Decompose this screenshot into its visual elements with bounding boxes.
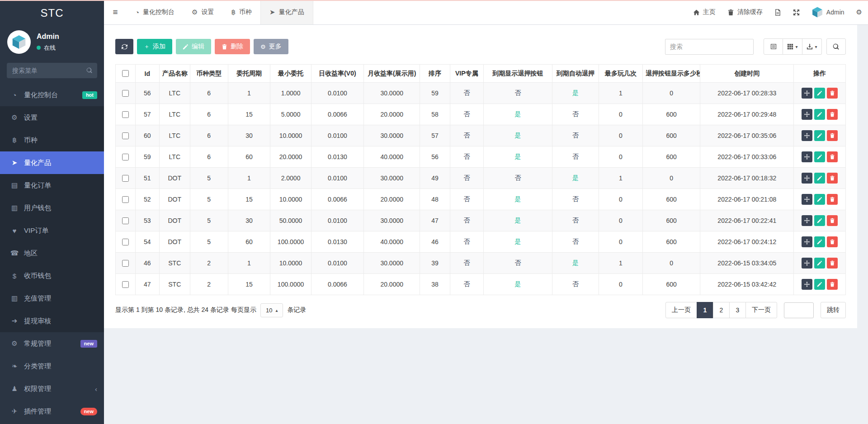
row-checkbox[interactable] <box>122 260 129 267</box>
settings-menu-button[interactable]: ⚙ <box>850 0 868 24</box>
sidebar-item[interactable]: ◔量化控制台hot <box>0 84 104 106</box>
search-submit-button[interactable] <box>826 38 846 55</box>
row-edit-button[interactable] <box>814 109 825 120</box>
sidebar-item[interactable]: ☎地区 <box>0 242 104 264</box>
sidebar-item[interactable]: $收币钱包 <box>0 264 104 287</box>
column-header[interactable]: 委托周期 <box>228 65 270 83</box>
column-header[interactable]: 到期自动退押 <box>552 65 599 83</box>
row-delete-button[interactable] <box>827 258 838 269</box>
nav-tab[interactable]: ฿币种 <box>223 0 261 24</box>
next-page-button[interactable]: 下一页 <box>745 302 777 318</box>
row-edit-button[interactable] <box>814 88 825 99</box>
column-header[interactable]: 到期显示退押按钮 <box>483 65 552 83</box>
row-edit-button[interactable] <box>814 215 825 226</box>
sidebar-item[interactable]: ✈插件管理new <box>0 400 104 423</box>
row-edit-button[interactable] <box>814 130 825 141</box>
sidebar-item[interactable]: ⚙常规管理new <box>0 332 104 355</box>
row-delete-button[interactable] <box>827 215 838 226</box>
column-header[interactable]: 产品名称 <box>159 65 190 83</box>
row-checkbox[interactable] <box>122 175 129 182</box>
page-size-select[interactable]: 10 ▴ <box>260 303 283 317</box>
log-file-button[interactable] <box>769 0 787 24</box>
row-checkbox[interactable] <box>122 196 129 203</box>
edit-button[interactable]: 编辑 <box>176 39 211 54</box>
toggle-view-button[interactable] <box>764 38 783 55</box>
user-menu[interactable]: Admin <box>806 0 850 24</box>
row-edit-button[interactable] <box>814 279 825 290</box>
row-edit-button[interactable] <box>814 236 825 247</box>
columns-button[interactable]: ▾ <box>783 38 802 55</box>
row-checkbox[interactable] <box>122 90 129 97</box>
sidebar-item[interactable]: ▥充值管理 <box>0 287 104 310</box>
row-move-button[interactable] <box>802 88 812 99</box>
sidebar-item[interactable]: ▤量化订单 <box>0 174 104 197</box>
add-button[interactable]: ＋ 添加 <box>137 39 172 54</box>
sidebar-item[interactable]: ➔提现审核 <box>0 310 104 332</box>
jump-page-input[interactable] <box>784 302 814 318</box>
row-checkbox[interactable] <box>122 239 129 245</box>
column-header[interactable]: 最小委托 <box>270 65 311 83</box>
clear-cache-link[interactable]: 清除缓存 <box>722 0 769 24</box>
row-checkbox[interactable] <box>122 154 129 160</box>
row-move-button[interactable] <box>802 258 812 269</box>
row-delete-button[interactable] <box>827 194 838 205</box>
nav-tab[interactable]: ◔量化控制台 <box>127 0 183 24</box>
sidebar-toggle-button[interactable]: ≡ <box>104 0 127 24</box>
row-checkbox[interactable] <box>122 111 129 118</box>
row-checkbox[interactable] <box>122 132 129 139</box>
column-header[interactable]: 最多玩几次 <box>599 65 643 83</box>
page-number-button[interactable]: 2 <box>713 302 730 318</box>
column-header[interactable]: 创建时间 <box>700 65 794 83</box>
row-move-button[interactable] <box>802 109 812 120</box>
row-move-button[interactable] <box>802 173 812 184</box>
sidebar-item[interactable]: ➤量化产品 <box>0 151 104 174</box>
sidebar-item[interactable]: ❧分类管理 <box>0 355 104 377</box>
home-link[interactable]: 主页 <box>687 0 722 24</box>
row-move-button[interactable] <box>802 194 812 205</box>
row-move-button[interactable] <box>802 215 812 226</box>
sidebar-search-input[interactable] <box>7 63 97 78</box>
column-header[interactable]: 月收益率(展示用) <box>364 65 420 83</box>
row-delete-button[interactable] <box>827 109 838 120</box>
more-button[interactable]: ⚙ 更多 <box>254 39 288 54</box>
row-delete-button[interactable] <box>827 173 838 184</box>
refresh-button[interactable] <box>115 39 133 54</box>
row-checkbox[interactable] <box>122 217 129 224</box>
row-checkbox[interactable] <box>122 281 129 288</box>
page-number-button[interactable]: 3 <box>729 302 746 318</box>
column-header[interactable]: 币种类型 <box>190 65 228 83</box>
delete-button[interactable]: 删除 <box>215 39 250 54</box>
row-delete-button[interactable] <box>827 130 838 141</box>
jump-button[interactable]: 跳转 <box>821 302 846 318</box>
fullscreen-button[interactable] <box>787 0 806 24</box>
row-edit-button[interactable] <box>814 151 825 162</box>
export-button[interactable]: ▾ <box>802 38 822 55</box>
table-search-input[interactable] <box>665 39 754 55</box>
nav-tab[interactable]: ➤量化产品 <box>260 0 313 24</box>
column-header[interactable]: 退押按钮显示多少秒 <box>642 65 700 83</box>
row-move-button[interactable] <box>802 279 812 290</box>
row-delete-button[interactable] <box>827 88 838 99</box>
row-edit-button[interactable] <box>814 173 825 184</box>
column-header[interactable]: 操作 <box>794 65 846 83</box>
column-header[interactable]: 排序 <box>420 65 450 83</box>
column-header[interactable]: 日收益率(V0) <box>311 65 363 83</box>
column-header[interactable]: VIP专属 <box>450 65 483 83</box>
row-move-button[interactable] <box>802 151 812 162</box>
select-all-checkbox[interactable] <box>122 70 129 77</box>
sidebar-item[interactable]: ⚙设置 <box>0 106 104 129</box>
row-edit-button[interactable] <box>814 194 825 205</box>
row-edit-button[interactable] <box>814 258 825 269</box>
sidebar-item[interactable]: ♥VIP订单 <box>0 219 104 242</box>
column-header[interactable]: Id <box>135 65 159 83</box>
prev-page-button[interactable]: 上一页 <box>665 302 697 318</box>
row-delete-button[interactable] <box>827 236 838 247</box>
row-delete-button[interactable] <box>827 151 838 162</box>
row-delete-button[interactable] <box>827 279 838 290</box>
page-number-button[interactable]: 1 <box>697 302 713 318</box>
row-move-button[interactable] <box>802 236 812 247</box>
sidebar-item[interactable]: ฿币种 <box>0 129 104 151</box>
sidebar-item[interactable]: ♟权限管理‹ <box>0 377 104 400</box>
nav-tab[interactable]: ⚙设置 <box>183 0 222 24</box>
row-move-button[interactable] <box>802 130 812 141</box>
